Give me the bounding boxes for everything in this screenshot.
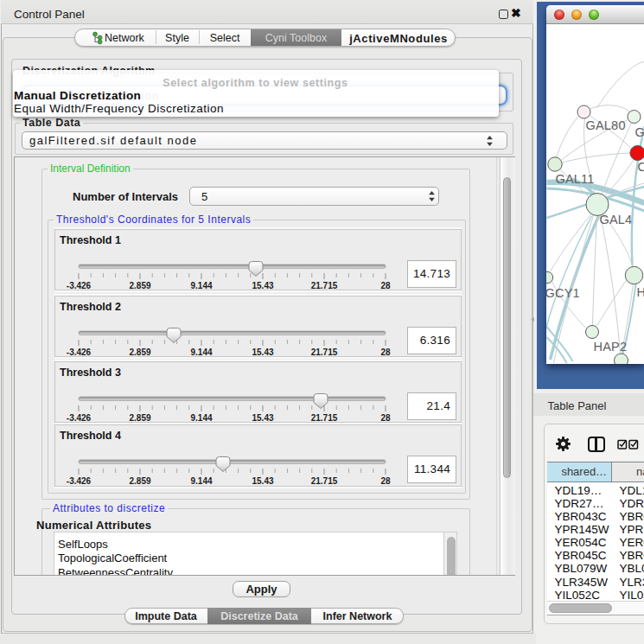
svg-text:15.43: 15.43 xyxy=(252,476,273,486)
svg-text:GCY1: GCY1 xyxy=(546,286,580,300)
svg-text:-3.426: -3.426 xyxy=(67,348,92,357)
svg-text:15.43: 15.43 xyxy=(252,413,273,423)
svg-text:28: 28 xyxy=(380,476,391,486)
svg-text:9.144: 9.144 xyxy=(190,348,212,357)
svg-text:C: C xyxy=(637,160,644,174)
svg-text:GAL80: GAL80 xyxy=(585,118,625,132)
svg-text:2.859: 2.859 xyxy=(129,413,150,423)
svg-text:21.715: 21.715 xyxy=(311,348,338,357)
svg-text:9.144: 9.144 xyxy=(190,476,212,486)
svg-text:GAL11: GAL11 xyxy=(555,172,594,186)
svg-text:9.144: 9.144 xyxy=(190,281,212,290)
svg-text:21.715: 21.715 xyxy=(311,281,338,290)
svg-text:H: H xyxy=(636,285,644,299)
svg-text:-3.426: -3.426 xyxy=(67,476,92,486)
svg-text:2.859: 2.859 xyxy=(129,281,150,290)
svg-text:-3.426: -3.426 xyxy=(67,413,92,423)
svg-text:28: 28 xyxy=(380,348,391,357)
svg-text:28: 28 xyxy=(380,413,391,423)
svg-text:28: 28 xyxy=(380,281,391,290)
svg-text:GAL4: GAL4 xyxy=(599,213,632,226)
svg-text:21.715: 21.715 xyxy=(311,476,338,486)
svg-text:15.43: 15.43 xyxy=(252,281,273,290)
svg-text:HAP2: HAP2 xyxy=(593,340,627,354)
svg-text:21.715: 21.715 xyxy=(311,413,338,423)
svg-text:2.859: 2.859 xyxy=(129,348,150,357)
svg-text:-3.426: -3.426 xyxy=(67,281,92,290)
svg-text:GA: GA xyxy=(634,125,644,139)
svg-text:15.43: 15.43 xyxy=(252,348,273,357)
svg-text:2.859: 2.859 xyxy=(129,476,150,486)
svg-text:9.144: 9.144 xyxy=(190,413,212,423)
